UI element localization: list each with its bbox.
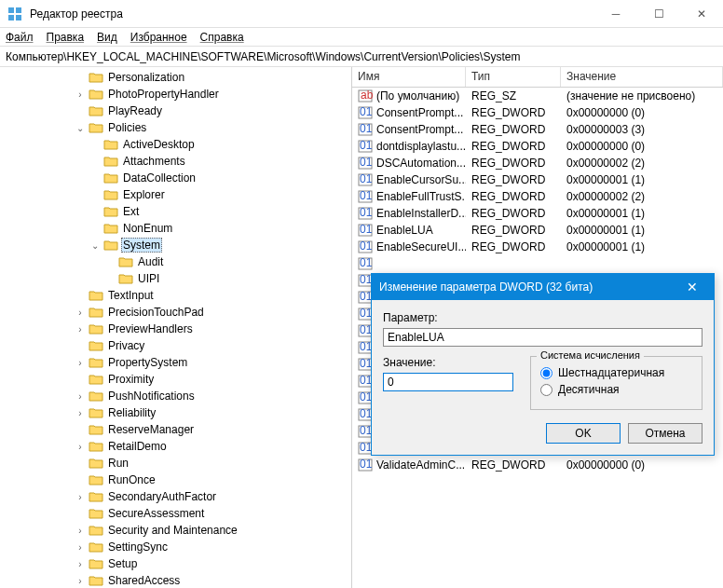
- cancel-button[interactable]: Отмена: [628, 423, 703, 444]
- tree-node[interactable]: ›PushNotifications: [0, 388, 351, 404]
- app-icon: [7, 7, 22, 21]
- collapse-icon[interactable]: ⌄: [75, 123, 86, 133]
- tree-node[interactable]: ⌄System: [0, 237, 351, 253]
- tree-node[interactable]: ActiveDesktop: [0, 136, 351, 153]
- expand-icon[interactable]: ›: [75, 526, 86, 536]
- tree-node[interactable]: ›SettingSync: [0, 539, 351, 555]
- tree-node[interactable]: Explorer: [0, 186, 351, 203]
- svg-text:011: 011: [360, 106, 373, 118]
- radio-dec[interactable]: Десятичная: [540, 383, 692, 396]
- tree-node-label: ReserveManager: [106, 423, 196, 436]
- svg-text:011: 011: [360, 458, 373, 471]
- collapse-icon[interactable]: ⌄: [89, 240, 101, 251]
- col-name[interactable]: Имя: [352, 67, 466, 87]
- expand-icon[interactable]: ›: [75, 576, 86, 586]
- expand-icon[interactable]: ›: [75, 408, 86, 418]
- tree-node[interactable]: ›Security and Maintenance: [0, 522, 351, 539]
- tree-node[interactable]: Run: [0, 455, 351, 472]
- dialog-close-button[interactable]: ✕: [678, 274, 706, 300]
- tree-node[interactable]: ›PhotoPropertyHandler: [0, 86, 351, 103]
- col-value[interactable]: Значение: [561, 67, 723, 87]
- value-row[interactable]: 011ValidateAdminC...REG_DWORD0x00000000 …: [352, 457, 723, 473]
- dialog-title-bar[interactable]: Изменение параметра DWORD (32 бита) ✕: [372, 274, 714, 300]
- value-data: (значение не присвоено): [561, 89, 723, 103]
- tree-node[interactable]: PlayReady: [0, 103, 351, 119]
- expand-icon[interactable]: ›: [75, 391, 86, 402]
- expand-icon[interactable]: ›: [75, 308, 86, 318]
- folder-icon: [89, 121, 103, 134]
- param-input[interactable]: [383, 328, 703, 347]
- tree-node[interactable]: ›SecondaryAuthFactor: [0, 488, 351, 505]
- svg-rect-3: [16, 15, 21, 21]
- svg-text:011: 011: [360, 123, 373, 135]
- tree-node[interactable]: RunOnce: [0, 472, 351, 488]
- tree-node[interactable]: ›PrecisionTouchPad: [0, 304, 351, 321]
- value-row[interactable]: 011EnableLUAREG_DWORD0x00000001 (1): [352, 222, 723, 239]
- tree-node[interactable]: ›Setup: [0, 555, 351, 572]
- radio-hex[interactable]: Шестнадцатеричная: [540, 366, 692, 379]
- tree-node[interactable]: Proximity: [0, 371, 351, 388]
- ok-button[interactable]: OK: [546, 423, 621, 444]
- tree-node[interactable]: DataCollection: [0, 170, 351, 186]
- value-row[interactable]: 011EnableFullTrustS...REG_DWORD0x0000000…: [352, 188, 723, 205]
- tree-node-label: SecureAssessment: [106, 507, 206, 520]
- value-row[interactable]: 011EnableCursorSu...REG_DWORD0x00000001 …: [352, 171, 723, 188]
- value-row[interactable]: 011: [352, 255, 723, 272]
- value-input[interactable]: [383, 373, 513, 391]
- menu-view[interactable]: Вид: [97, 31, 117, 44]
- param-label: Параметр:: [383, 311, 703, 324]
- folder-icon: [103, 155, 118, 168]
- tree-node[interactable]: ›PropertySystem: [0, 354, 351, 371]
- value-data: 0x00000000 (0): [561, 140, 723, 153]
- tree-node[interactable]: SecureAssessment: [0, 505, 351, 522]
- tree-node[interactable]: ReserveManager: [0, 421, 351, 438]
- tree-node[interactable]: Personalization: [0, 69, 351, 86]
- value-row[interactable]: 011DSCAutomation...REG_DWORD0x00000002 (…: [352, 155, 723, 171]
- folder-icon: [89, 473, 103, 486]
- tree-node[interactable]: ›SharedAccess: [0, 572, 351, 588]
- tree-node[interactable]: NonEnum: [0, 220, 351, 237]
- menu-edit[interactable]: Правка: [47, 31, 85, 44]
- radio-dec-input[interactable]: [540, 384, 552, 396]
- address-bar[interactable]: Компьютер\HKEY_LOCAL_MACHINE\SOFTWARE\Mi…: [0, 47, 723, 67]
- close-button[interactable]: ✕: [680, 0, 723, 28]
- expand-icon[interactable]: ›: [75, 324, 86, 335]
- value-row[interactable]: 011EnableSecureUI...REG_DWORD0x00000001 …: [352, 239, 723, 255]
- value-name: (По умолчанию): [376, 89, 459, 103]
- value-row[interactable]: 011EnableInstallerD...REG_DWORD0x0000000…: [352, 205, 723, 222]
- tree-node[interactable]: ›Reliability: [0, 404, 351, 421]
- expand-icon[interactable]: ›: [75, 492, 86, 502]
- radio-hex-input[interactable]: [540, 367, 552, 379]
- minimize-button[interactable]: ─: [594, 0, 637, 28]
- tree-node-label: PlayReady: [106, 104, 164, 117]
- value-row[interactable]: ab(По умолчанию)REG_SZ(значение не присв…: [352, 88, 723, 104]
- folder-icon: [89, 306, 103, 319]
- tree-node[interactable]: ›PreviewHandlers: [0, 321, 351, 337]
- tree-node[interactable]: ›RetailDemo: [0, 438, 351, 455]
- tree-node[interactable]: UIPI: [0, 270, 351, 287]
- tree-node[interactable]: ⌄Policies: [0, 119, 351, 136]
- svg-text:011: 011: [360, 190, 373, 202]
- value-row[interactable]: 011ConsentPrompt...REG_DWORD0x00000000 (…: [352, 104, 723, 121]
- tree-node[interactable]: Audit: [0, 253, 351, 270]
- tree-node-label: ActiveDesktop: [121, 138, 197, 151]
- tree-node[interactable]: Privacy: [0, 337, 351, 354]
- expand-icon[interactable]: ›: [75, 89, 86, 100]
- expand-icon[interactable]: ›: [75, 358, 86, 368]
- maximize-button[interactable]: ☐: [637, 0, 680, 28]
- tree-node[interactable]: TextInput: [0, 287, 351, 304]
- tree-node[interactable]: Ext: [0, 203, 351, 220]
- expand-icon[interactable]: ›: [75, 542, 86, 553]
- menu-favorites[interactable]: Избранное: [130, 31, 187, 44]
- col-type[interactable]: Тип: [466, 67, 561, 87]
- menu-help[interactable]: Справка: [200, 31, 244, 44]
- menu-file[interactable]: Файл: [6, 31, 34, 44]
- tree-node-label: RunOnce: [106, 473, 157, 486]
- expand-icon[interactable]: ›: [75, 559, 86, 569]
- value-row[interactable]: 011dontdisplaylastu...REG_DWORD0x0000000…: [352, 138, 723, 155]
- reg-dword-icon: 011: [358, 157, 373, 170]
- value-row[interactable]: 011ConsentPrompt...REG_DWORD0x00000003 (…: [352, 121, 723, 138]
- expand-icon[interactable]: ›: [75, 442, 86, 452]
- value-data: 0x00000001 (1): [561, 240, 723, 253]
- tree-node[interactable]: Attachments: [0, 153, 351, 170]
